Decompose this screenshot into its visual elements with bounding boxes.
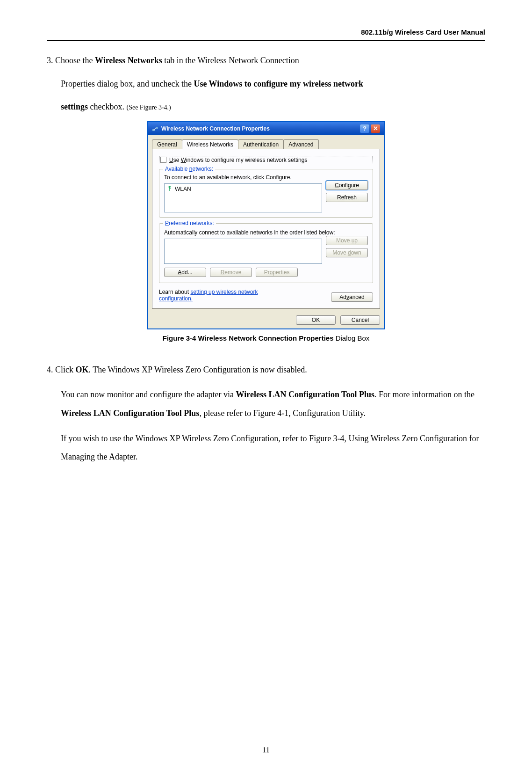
refresh-button[interactable]: Refresh xyxy=(326,193,368,202)
available-instruction: To connect to an available network, clic… xyxy=(164,174,368,181)
close-icon[interactable]: ✕ xyxy=(371,124,380,133)
preferred-legend: Preferred networks: xyxy=(163,220,216,226)
svg-line-2 xyxy=(153,128,157,130)
figure-caption: Figure 3-4 Wireless Network Connection P… xyxy=(47,334,485,342)
remove-button[interactable]: Remove xyxy=(210,268,252,277)
text: 4. Click xyxy=(47,365,76,374)
text: , please refer to Figure 4-1, Configurat… xyxy=(199,408,366,418)
text: You can now monitor and configure the ad… xyxy=(61,390,236,399)
tool-name: Wireless LAN Configuration Tool Plus xyxy=(61,408,199,418)
wireless-setup-link[interactable]: setting up wireless network xyxy=(190,289,258,295)
tab-strip: General Wireless Networks Authentication… xyxy=(152,139,380,149)
text: Properties dialog box, and uncheck the xyxy=(61,79,194,88)
advanced-button[interactable]: Advanced xyxy=(331,292,373,302)
titlebar: Wireless Network Connection Properties ?… xyxy=(148,122,384,135)
properties-button[interactable]: Properties xyxy=(256,268,298,277)
step-3-line2: Properties dialog box, and uncheck the U… xyxy=(61,75,485,94)
antenna-icon xyxy=(166,185,173,193)
checkbox-icon[interactable] xyxy=(160,157,166,163)
step-3-text: 3. Choose the Wireless Networks tab in t… xyxy=(47,51,485,70)
tab-panel: Use Windows to configure my wireless net… xyxy=(152,149,380,309)
cancel-button[interactable]: Cancel xyxy=(340,315,380,325)
step-4-line1: 4. Click OK. The Windows XP Wireless Zer… xyxy=(47,361,485,379)
preferred-instruction: Automatically connect to available netwo… xyxy=(164,229,368,236)
page-number: 11 xyxy=(0,746,532,754)
step-3-line3: settings checkbox. (See Figure 3-4.) xyxy=(61,98,485,117)
available-networks-list[interactable]: WLAN xyxy=(164,183,322,212)
tab-wireless-networks[interactable]: Wireless Networks xyxy=(182,139,238,149)
text: Learn about xyxy=(159,289,190,295)
wireless-setup-link-2[interactable]: configuration. xyxy=(159,295,193,302)
step-4-p2: You can now monitor and configure the ad… xyxy=(61,386,485,423)
connection-icon xyxy=(152,125,158,132)
learn-row: Learn about setting up wireless network … xyxy=(159,289,373,302)
move-up-button[interactable]: Move up xyxy=(326,236,368,245)
caption-rest: Dialog Box xyxy=(336,334,370,342)
add-button[interactable]: Add... xyxy=(164,268,206,277)
tab-general[interactable]: General xyxy=(152,139,182,149)
ok-button[interactable]: OK xyxy=(296,315,336,325)
preferred-networks-group: Preferred networks: Automatically connec… xyxy=(159,223,373,283)
tool-name: Wireless LAN Configuration Tool Plus xyxy=(236,390,374,399)
tab-advanced[interactable]: Advanced xyxy=(283,139,318,149)
ok-label: OK xyxy=(76,365,89,374)
move-down-button[interactable]: Move down xyxy=(326,248,368,257)
text: . For more information on the xyxy=(374,390,474,399)
caption-bold: Figure 3-4 Wireless Network Connection P… xyxy=(163,334,336,342)
dialog-title: Wireless Network Connection Properties xyxy=(161,125,270,132)
text: 3. Choose the xyxy=(47,56,95,65)
configure-button[interactable]: Configure xyxy=(326,181,368,190)
figure-ref: (See Figure 3-4.) xyxy=(126,104,171,111)
header-rule xyxy=(47,40,485,41)
tab-authentication[interactable]: Authentication xyxy=(238,139,284,149)
learn-text: Learn about setting up wireless network … xyxy=(159,289,258,302)
help-icon[interactable]: ? xyxy=(360,124,369,133)
preferred-networks-list[interactable] xyxy=(164,239,322,264)
step-4-p3: If you wish to use the Windows XP Wirele… xyxy=(61,430,485,467)
manual-header: 802.11b/g Wireless Card User Manual xyxy=(361,28,485,36)
network-name: WLAN xyxy=(175,186,191,192)
list-item[interactable]: WLAN xyxy=(165,185,321,194)
available-legend: Available networks: xyxy=(163,166,215,172)
properties-dialog: Wireless Network Connection Properties ?… xyxy=(147,121,385,329)
text: tab in the Wireless Network Connection xyxy=(162,56,299,65)
tab-name: Wireless Networks xyxy=(95,56,162,65)
available-networks-group: Available networks: To connect to an ava… xyxy=(159,169,373,218)
checkbox-label: Use Windows to configure my wireless net… xyxy=(169,157,307,163)
option-name: Use Windows to configure my wireless net… xyxy=(194,79,363,88)
option-name: settings xyxy=(61,102,88,111)
text: . The Windows XP Wireless Zero Configura… xyxy=(89,365,307,374)
use-windows-checkbox-row[interactable]: Use Windows to configure my wireless net… xyxy=(159,156,373,164)
text: checkbox. xyxy=(88,102,126,111)
